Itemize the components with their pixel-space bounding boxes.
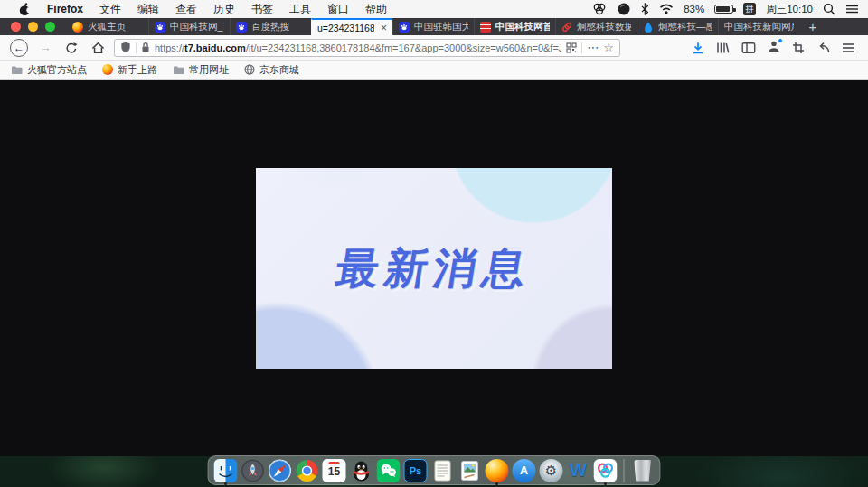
tab-baidu-hot-search[interactable]: 百度热搜 (230, 18, 311, 35)
rings-app-menubar-icon[interactable] (592, 3, 607, 15)
zoom-window-button[interactable] (45, 22, 55, 32)
chrome-icon (296, 459, 319, 482)
tab-cstnet-homepage[interactable]: 中国科技网首页 (474, 18, 555, 35)
tab-firefox-home[interactable]: 火狐主页 (67, 18, 148, 35)
textedit-icon (431, 459, 455, 482)
preview-icon (458, 459, 482, 482)
baidu-icon (155, 22, 165, 33)
dock-launchpad[interactable] (241, 459, 265, 482)
downloads-icon[interactable] (692, 42, 704, 54)
menu-file[interactable]: 文件 (91, 0, 129, 18)
tab-embassy-korea[interactable]: 中国驻韩国大使馆 (392, 18, 474, 35)
url-bar[interactable]: https://t7.baidu.com/it/u=234231168,3860… (114, 39, 620, 57)
baidu-icon (236, 22, 247, 33)
dock-safari[interactable] (269, 459, 292, 482)
round-app-menubar-icon[interactable] (617, 2, 631, 16)
dock-photoshop[interactable]: Ps (404, 459, 428, 482)
dock-system-preferences[interactable]: ⚙ (540, 459, 563, 482)
drop-icon (643, 22, 654, 33)
dock-qq[interactable] (350, 459, 373, 482)
finder-icon (214, 459, 238, 482)
hero-text: 最新消息 (332, 240, 536, 297)
forward-button[interactable]: → (35, 38, 55, 58)
firefox-icon (102, 64, 113, 75)
apple-icon (19, 3, 31, 16)
tab-data-management[interactable]: 炯憨科技数据管理 (555, 18, 637, 35)
bookmark-getting-started[interactable]: 新手上路 (102, 63, 157, 77)
appstore-icon: A (513, 459, 536, 482)
input-method-icon[interactable]: 拼 (743, 3, 756, 15)
hamburger-menu-icon[interactable] (842, 42, 855, 53)
dock-textedit[interactable] (431, 459, 455, 482)
wechat-icon (377, 459, 401, 482)
tab-tech-experience[interactable]: 炯憨科技—感受科 (637, 18, 718, 35)
menu-tools[interactable]: 工具 (281, 0, 319, 18)
spotlight-search-icon[interactable] (823, 3, 835, 15)
page-actions-icon[interactable]: ⋯ (587, 42, 599, 53)
menu-history[interactable]: 历史 (205, 0, 243, 18)
dock-rings-collab-app[interactable] (594, 459, 618, 482)
bookmark-jd-mall[interactable]: 京东商城 (244, 63, 299, 77)
dock-preview[interactable] (458, 459, 482, 482)
library-icon[interactable] (716, 42, 730, 54)
tab-cstnet-baidu-search[interactable]: 中国科技网_百度搜 (148, 18, 230, 35)
menu-window[interactable]: 窗口 (319, 0, 357, 18)
reload-button[interactable] (61, 38, 81, 58)
notification-dot (778, 38, 783, 43)
dock-appstore[interactable]: A (513, 459, 536, 482)
dock-chrome[interactable] (296, 459, 319, 482)
back-arrow-icon: ← (14, 42, 24, 54)
dock-wechat[interactable] (377, 459, 401, 482)
bookmark-folder-firefox-sites[interactable]: 火狐官方站点 (11, 63, 87, 77)
menu-firefox[interactable]: Firefox (39, 0, 91, 18)
dock-calendar[interactable]: 15 (323, 459, 346, 482)
qr-code-icon[interactable] (566, 42, 577, 53)
page-content: 最新消息 (0, 80, 868, 456)
photoshop-icon: Ps (404, 459, 428, 482)
home-button[interactable] (88, 38, 108, 58)
tracking-shield-icon[interactable] (120, 42, 131, 53)
sidebar-toggle-icon[interactable] (741, 42, 756, 54)
tab-close-icon[interactable]: × (379, 22, 387, 34)
url-text[interactable]: https://t7.baidu.com/it/u=234231168,3860… (155, 42, 561, 53)
tab-active-baidu-image[interactable]: u=234231168,38 × (311, 18, 392, 35)
wifi-icon[interactable] (659, 4, 674, 14)
divider (136, 42, 137, 53)
account-icon[interactable] (768, 40, 780, 56)
apple-menu[interactable] (11, 0, 39, 18)
calendar-icon: 15 (323, 459, 346, 482)
divider (581, 42, 582, 53)
dock-word[interactable]: W (567, 459, 590, 482)
tab-bar: 火狐主页 中国科技网_百度搜 百度热搜 u=234231168,38 × 中国驻… (0, 18, 868, 35)
forward-arrow-icon: → (40, 41, 52, 54)
screenshot-crop-icon[interactable] (792, 42, 805, 54)
firefox-icon (72, 22, 83, 33)
minimize-window-button[interactable] (28, 22, 38, 32)
back-button[interactable]: ← (9, 38, 29, 58)
battery-percentage: 83% (684, 4, 704, 14)
bluetooth-icon[interactable] (641, 3, 649, 15)
dock-firefox[interactable] (486, 459, 509, 482)
bookmark-star-icon[interactable]: ☆ (603, 42, 614, 53)
menu-help[interactable]: 帮助 (357, 0, 395, 18)
reload-icon (65, 42, 78, 54)
notification-center-icon[interactable] (845, 4, 859, 14)
safari-icon (269, 459, 292, 482)
restore-arrow-icon[interactable] (816, 42, 830, 53)
dock-finder[interactable] (214, 459, 238, 482)
menubar-clock[interactable]: 周三10:10 (766, 3, 813, 16)
tab-news-admin[interactable]: 中国科技新闻网后台管 (718, 18, 799, 35)
baidu-icon (399, 22, 410, 33)
menu-edit[interactable]: 编辑 (129, 0, 167, 18)
calendar-day: 15 (328, 464, 340, 480)
dock: 15 Ps (208, 455, 661, 485)
menu-view[interactable]: 查看 (167, 0, 205, 18)
lock-icon[interactable] (141, 42, 150, 53)
new-tab-button[interactable]: + (799, 18, 826, 35)
close-window-button[interactable] (11, 22, 21, 32)
battery-icon[interactable] (714, 5, 733, 14)
bookmark-folder-common-sites[interactable]: 常用网址 (173, 63, 229, 77)
menu-bookmarks[interactable]: 书签 (243, 0, 281, 18)
firefox-window: 火狐主页 中国科技网_百度搜 百度热搜 u=234231168,38 × 中国驻… (0, 18, 868, 456)
dock-trash[interactable] (631, 459, 655, 482)
